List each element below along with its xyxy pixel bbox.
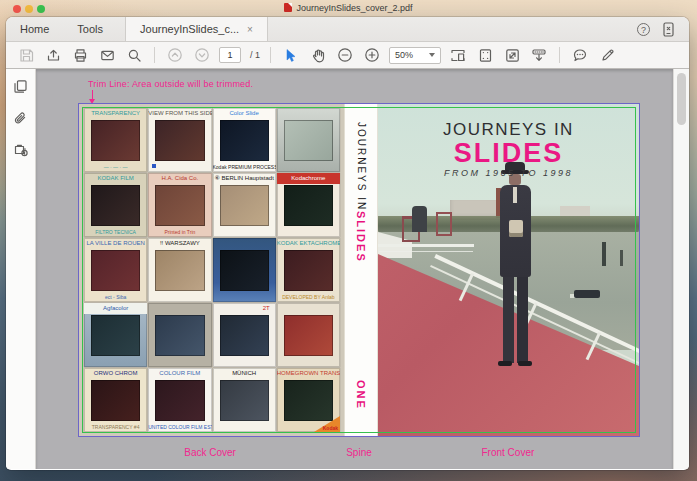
page-number-input[interactable]: 1 — [219, 47, 241, 63]
hand-tool-button[interactable] — [308, 45, 328, 65]
channel-marker — [602, 242, 606, 266]
page-fit-button[interactable] — [448, 45, 468, 65]
slide-bottom-label — [277, 227, 340, 237]
tab-document[interactable]: JourneyInSlides_c... × — [125, 17, 268, 41]
navigation-pane — [6, 69, 36, 469]
toolbar-divider — [559, 47, 560, 63]
slide-top-label: Color Slide — [213, 108, 276, 119]
slide-photo — [284, 185, 333, 226]
acrobat-window: Home Tools JourneyInSlides_c... × ? — [6, 17, 689, 470]
slide-top-label: Kodachrome — [277, 173, 340, 184]
next-page-button[interactable] — [192, 45, 212, 65]
slide-photo — [284, 315, 333, 356]
mobile-device-icon[interactable] — [662, 22, 675, 37]
email-button[interactable] — [97, 45, 117, 65]
slide-bottom-label: — · — · — — [84, 162, 147, 172]
share-button[interactable] — [43, 45, 63, 65]
page-thumbnails-icon[interactable] — [12, 77, 30, 95]
slide-photo — [220, 380, 269, 421]
slide-photo — [91, 120, 140, 161]
comment-button[interactable] — [570, 45, 590, 65]
search-icon[interactable] — [124, 45, 144, 65]
slide-photo — [91, 185, 140, 226]
spine: JOURNEYS IN SLIDES ONE — [344, 104, 378, 436]
slide-photo — [220, 250, 269, 291]
save-button[interactable] — [16, 45, 36, 65]
tab-tools[interactable]: Tools — [63, 17, 117, 41]
slide-top-label: H.A. Cida Co. — [148, 173, 211, 184]
scrollbar-thumb[interactable] — [677, 73, 686, 125]
front-cover-label: Front Cover — [376, 447, 640, 458]
slide-top-label: TRANSPARENCY — [84, 108, 147, 119]
pdf-page[interactable]: TRANSPARENCY— · — · —VIEW FROM THIS SIDE… — [78, 103, 640, 437]
tab-bar: Home Tools JourneyInSlides_c... × ? — [6, 17, 689, 42]
slide-top-label: LA VILLE DE ROUEN — [84, 238, 147, 249]
stamps-icon[interactable] — [12, 141, 30, 159]
slide-photo — [155, 185, 204, 226]
previous-page-button[interactable] — [165, 45, 185, 65]
slide-bottom-label — [213, 357, 276, 367]
slide-photo — [155, 250, 204, 291]
slide-photo — [91, 380, 140, 421]
tab-home[interactable]: Home — [6, 17, 63, 41]
slide-bottom-label — [213, 227, 276, 237]
slide-bottom-label: FILTRO TECNICA — [84, 227, 147, 237]
select-tool-button[interactable] — [281, 45, 301, 65]
slide-bottom-label: Kodak PREMIUM PROCESSING — [213, 162, 276, 172]
slide-mount: H.A. Cida Co.Printed in Trin — [148, 173, 211, 237]
slide-photo — [91, 315, 140, 356]
slide-bottom-label — [213, 292, 276, 302]
presentation-button[interactable] — [529, 45, 549, 65]
slide-bottom-label — [148, 292, 211, 302]
print-button[interactable] — [70, 45, 90, 65]
front-title-line2: SLIDES — [378, 140, 639, 166]
pdf-file-icon — [284, 3, 292, 12]
slide-top-label: ⑥ BERLIN Hauptstadt — [213, 173, 276, 184]
deck-railing-left — [378, 244, 474, 247]
slide-top-label: MÜNICH — [213, 368, 276, 379]
slide-bottom-label — [148, 357, 211, 367]
slide-mount: KODAK EKTACHROMEDEVELOPED BY Anlab — [277, 238, 340, 302]
zoom-in-button[interactable] — [362, 45, 382, 65]
slide-photo — [220, 185, 269, 226]
help-icon[interactable]: ? — [637, 23, 650, 36]
page-view-button[interactable] — [475, 45, 495, 65]
slide-mount: !! WARSZAWY — [148, 238, 211, 302]
main-toolbar: 1 / 1 50% — [6, 42, 689, 69]
zoom-level-select[interactable]: 50% — [389, 47, 441, 64]
vertical-scrollbar[interactable] — [673, 69, 689, 469]
pencil-edit-button[interactable] — [597, 45, 617, 65]
trim-note-label: Trim Line: Area outside will be trimmed. — [88, 79, 253, 89]
attachments-icon[interactable] — [12, 109, 30, 127]
slide-mount — [148, 303, 211, 367]
slide-mount: LA VILLE DE ROUENect ◦ Siba — [84, 238, 147, 302]
slide-top-label — [277, 303, 340, 314]
document-area[interactable]: Trim Line: Area outside will be trimmed.… — [36, 69, 673, 469]
slide-photo — [220, 120, 269, 161]
slide-mount: VIEW FROM THIS SIDE — [148, 108, 211, 172]
slide-top-label: COLOUR FILM — [148, 368, 211, 379]
spine-volume: ONE — [355, 380, 367, 410]
slide-photo — [284, 120, 333, 161]
spine-title: JOURNEYS IN — [356, 122, 367, 211]
slide-top-label — [277, 108, 340, 119]
slide-top-label: 2T — [213, 303, 276, 314]
zoom-out-button[interactable] — [335, 45, 355, 65]
zoom-level-value: 50% — [395, 50, 413, 60]
slide-bottom-label — [277, 357, 340, 367]
close-tab-icon[interactable]: × — [247, 24, 253, 35]
slide-bottom-label — [277, 162, 340, 172]
slide-mount — [213, 238, 276, 302]
toolbar-divider — [154, 47, 155, 63]
front-subtitle: FROM 1965 TO 1998 — [378, 168, 639, 178]
slide-mount: HOMEGROWN TRANSPARENCYKodak — [277, 368, 340, 432]
slide-bottom-label: Printed in Trin — [148, 227, 211, 237]
slide-bottom-label: UNITED COLOUR FILM EST. — [148, 422, 211, 432]
slide-top-label: KODAK EKTACHROME — [277, 238, 340, 249]
back-cover: TRANSPARENCY— · — · —VIEW FROM THIS SIDE… — [79, 104, 344, 436]
fullscreen-button[interactable] — [502, 45, 522, 65]
slide-mount — [277, 108, 340, 172]
slide-top-label: HOMEGROWN TRANSPARENCY — [277, 368, 340, 379]
slide-photo — [284, 250, 333, 291]
slide-top-label — [148, 303, 211, 314]
